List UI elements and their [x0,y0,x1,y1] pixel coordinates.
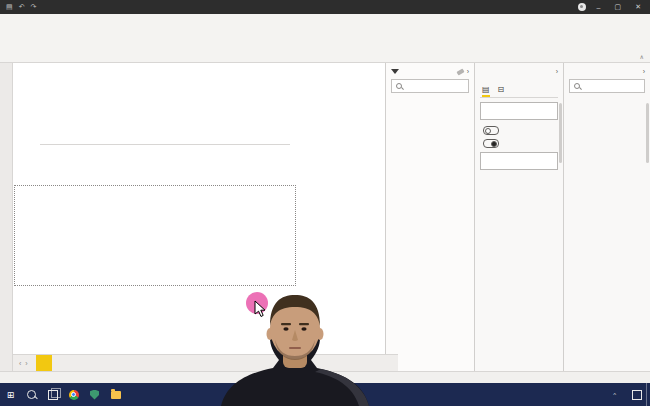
toggle-off-icon [483,126,499,135]
column-chart-body [16,70,296,145]
search-icon [396,83,402,89]
title-bar: ▤ ↶ ↷ – ▢ ✕ [0,0,650,14]
taskbar-clock[interactable] [620,383,628,406]
prev-page-icon[interactable]: ‹ [19,360,21,367]
close-button[interactable]: ✕ [632,3,644,11]
search-icon [574,83,580,89]
filter-search-input[interactable] [405,83,464,89]
visualizations-scrollbar[interactable] [559,103,562,163]
defender-icon[interactable] [84,383,105,406]
tray-expand-icon[interactable]: ^ [613,392,616,398]
ribbon: ∧ [0,29,650,63]
undo-icon[interactable]: ↶ [19,3,25,11]
task-view-icon[interactable] [42,383,63,406]
toggle-on-icon [483,139,499,148]
mouse-cursor-icon [254,300,266,318]
system-tray: ^ [609,383,620,406]
keep-filters-toggle[interactable] [480,139,558,148]
ribbon-tab-bar [0,14,650,29]
ribbon-collapse-icon[interactable]: ∧ [634,53,650,62]
line-chart-visual[interactable] [14,185,296,286]
collapse-filter-panel-icon[interactable]: › [467,68,469,75]
fields-search-input[interactable] [583,83,640,89]
chrome-icon[interactable] [63,383,84,406]
fields-tab-icon[interactable]: ▤ [482,85,490,97]
line-chart-body [16,191,294,263]
collapse-fields-panel-icon[interactable]: › [643,68,645,75]
filter-search[interactable] [391,79,469,93]
account-avatar[interactable] [578,3,586,11]
visualizations-panel: › ▤ ⊟ [474,63,563,371]
column-chart-plot [40,72,290,145]
collapse-visualizations-panel-icon[interactable]: › [556,68,558,75]
line-chart-plot [40,192,288,263]
maximize-button[interactable]: ▢ [612,3,625,11]
column-chart-y-axis [18,72,40,144]
filter-icon [391,69,399,74]
fields-search[interactable] [569,79,645,93]
cross-report-toggle[interactable] [480,126,558,135]
view-rail [0,63,13,371]
line-chart-svg [40,192,288,252]
fields-panel: › [563,63,650,371]
quick-access-toolbar: ▤ ↶ ↷ [0,3,66,11]
action-center-icon[interactable] [632,390,642,400]
fields-scrollbar[interactable] [646,103,649,163]
page-tab-arrows: ‹ › [13,355,34,371]
ribbon-groups [0,29,634,62]
show-desktop-button[interactable] [646,383,650,406]
redo-icon[interactable]: ↷ [31,3,37,11]
title-bar-right: – ▢ ✕ [570,3,650,11]
line-chart-x-axis [40,256,288,263]
visualization-config-tabs: ▤ ⊟ [480,83,558,98]
format-tab-icon[interactable]: ⊟ [498,85,505,97]
values-dropzone[interactable] [480,102,558,120]
file-explorer-icon[interactable] [105,383,126,406]
minimize-button[interactable]: – [594,4,604,11]
power-bi-desktop-window: ▤ ↶ ↷ – ▢ ✕ ∧ [0,0,650,406]
start-button[interactable]: ⊞ [0,383,21,406]
line-chart-y-axis [18,192,40,252]
add-page-button[interactable] [36,355,52,371]
next-page-icon[interactable]: › [25,360,27,367]
filter-panel: › [385,63,474,371]
eraser-icon[interactable] [456,68,464,75]
column-chart-x-axis [16,145,296,146]
column-chart-visual[interactable] [16,66,296,184]
save-icon[interactable]: ▤ [6,3,13,11]
presenter-video [215,288,375,406]
drillthrough-dropzone[interactable] [480,152,558,170]
taskbar-search-icon[interactable] [21,383,42,406]
